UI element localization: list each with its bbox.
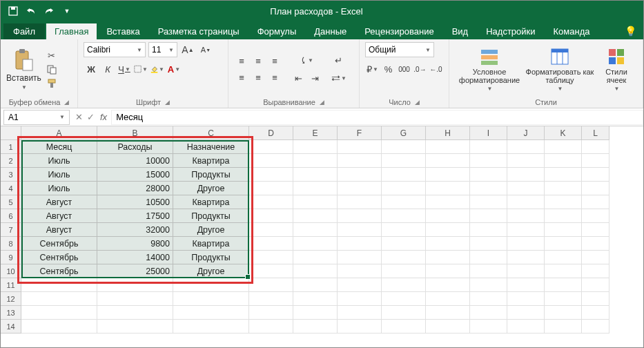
- cell[interactable]: [338, 264, 382, 278]
- cell[interactable]: [426, 223, 470, 237]
- cell[interactable]: [426, 264, 470, 278]
- cell[interactable]: [426, 320, 470, 334]
- conditional-formatting-button[interactable]: Условное форматирование▼: [455, 47, 524, 92]
- tab-addins[interactable]: Надстройки: [478, 23, 543, 39]
- col-header[interactable]: A: [21, 126, 97, 140]
- cell[interactable]: [21, 278, 97, 292]
- cell[interactable]: [338, 320, 382, 334]
- cell[interactable]: [382, 237, 426, 251]
- cell[interactable]: [470, 237, 507, 251]
- cell[interactable]: [507, 223, 545, 237]
- col-header[interactable]: L: [582, 126, 609, 140]
- cell[interactable]: [582, 209, 609, 223]
- cell[interactable]: [249, 154, 293, 168]
- format-as-table-button[interactable]: Форматировать как таблицу▼: [525, 47, 594, 92]
- cell[interactable]: 15000: [97, 168, 173, 182]
- tab-data[interactable]: Данные: [306, 23, 355, 39]
- tab-formulas[interactable]: Формулы: [249, 23, 305, 39]
- cell[interactable]: [426, 154, 470, 168]
- cell[interactable]: [582, 223, 609, 237]
- row-header[interactable]: 14: [1, 320, 21, 334]
- cell[interactable]: [582, 264, 609, 278]
- cell[interactable]: [338, 154, 382, 168]
- paste-button[interactable]: Вставить ▼: [6, 48, 41, 90]
- col-header[interactable]: F: [338, 126, 382, 140]
- cell[interactable]: [382, 251, 426, 264]
- cell[interactable]: [507, 292, 545, 306]
- align-bottom-icon[interactable]: ≡: [267, 54, 282, 69]
- cell[interactable]: [293, 195, 338, 209]
- fill-color-icon[interactable]: ▼: [150, 61, 165, 77]
- cell[interactable]: [426, 292, 470, 306]
- cell[interactable]: [545, 223, 582, 237]
- font-size-combo[interactable]: 11▼: [148, 42, 177, 57]
- align-right-icon[interactable]: ≡: [267, 70, 282, 86]
- row-header[interactable]: 13: [1, 306, 21, 320]
- cell[interactable]: [582, 154, 609, 168]
- increase-font-icon[interactable]: A▲: [180, 42, 195, 57]
- cell[interactable]: [338, 237, 382, 251]
- save-icon[interactable]: [8, 6, 19, 17]
- row-header[interactable]: 10: [1, 264, 21, 278]
- cell[interactable]: [582, 278, 609, 292]
- cell[interactable]: 14000: [97, 251, 173, 264]
- cell[interactable]: [507, 182, 545, 195]
- name-box[interactable]: A1▼: [3, 110, 70, 125]
- formula-input[interactable]: Месяц: [111, 110, 643, 125]
- cell[interactable]: 9800: [97, 237, 173, 251]
- cell[interactable]: [426, 306, 470, 320]
- cell[interactable]: [21, 292, 97, 306]
- cell[interactable]: [426, 251, 470, 264]
- cell[interactable]: [582, 168, 609, 182]
- alignment-dialog-launcher[interactable]: ◢: [320, 99, 324, 106]
- cell[interactable]: 32000: [97, 223, 173, 237]
- cell[interactable]: Август: [21, 223, 97, 237]
- cell[interactable]: [582, 140, 609, 154]
- font-color-icon[interactable]: A▼: [166, 61, 182, 77]
- cell[interactable]: 28000: [97, 182, 173, 195]
- row-header[interactable]: 7: [1, 223, 21, 237]
- cell[interactable]: Сентябрь: [21, 251, 97, 264]
- tab-page-layout[interactable]: Разметка страницы: [150, 23, 248, 39]
- cell[interactable]: Продукты: [173, 168, 249, 182]
- cell[interactable]: [582, 320, 609, 334]
- cell[interactable]: [338, 182, 382, 195]
- qat-dropdown-icon[interactable]: ▼: [61, 6, 72, 17]
- cell[interactable]: [426, 237, 470, 251]
- cell[interactable]: [173, 306, 249, 320]
- row-header[interactable]: 5: [1, 195, 21, 209]
- cell[interactable]: [293, 292, 338, 306]
- cell[interactable]: [338, 251, 382, 264]
- tab-review[interactable]: Рецензирование: [356, 23, 442, 39]
- cell[interactable]: [382, 154, 426, 168]
- cell[interactable]: [293, 237, 338, 251]
- cell[interactable]: [582, 292, 609, 306]
- row-headers[interactable]: 1234567891011121314: [1, 140, 21, 334]
- cell[interactable]: [545, 292, 582, 306]
- col-header[interactable]: J: [507, 126, 545, 140]
- cell[interactable]: [97, 278, 173, 292]
- worksheet-grid[interactable]: ABCDEFGHIJKL 1234567891011121314 МесяцРа…: [1, 126, 643, 346]
- cell[interactable]: [382, 182, 426, 195]
- cell[interactable]: [338, 168, 382, 182]
- cell[interactable]: Июль: [21, 154, 97, 168]
- cell[interactable]: 10500: [97, 195, 173, 209]
- cell[interactable]: [545, 168, 582, 182]
- col-header[interactable]: E: [293, 126, 338, 140]
- cell[interactable]: Квартира: [173, 237, 249, 251]
- undo-icon[interactable]: [26, 6, 37, 17]
- cell[interactable]: [470, 320, 507, 334]
- row-header[interactable]: 9: [1, 251, 21, 264]
- cell[interactable]: [249, 264, 293, 278]
- cell[interactable]: [249, 278, 293, 292]
- tab-view[interactable]: Вид: [444, 23, 477, 39]
- cell[interactable]: [382, 168, 426, 182]
- row-header[interactable]: 2: [1, 154, 21, 168]
- cell[interactable]: [470, 264, 507, 278]
- cell[interactable]: [382, 306, 426, 320]
- cell[interactable]: [507, 306, 545, 320]
- cell[interactable]: [97, 306, 173, 320]
- cell[interactable]: [426, 182, 470, 195]
- row-header[interactable]: 3: [1, 168, 21, 182]
- cell[interactable]: [545, 320, 582, 334]
